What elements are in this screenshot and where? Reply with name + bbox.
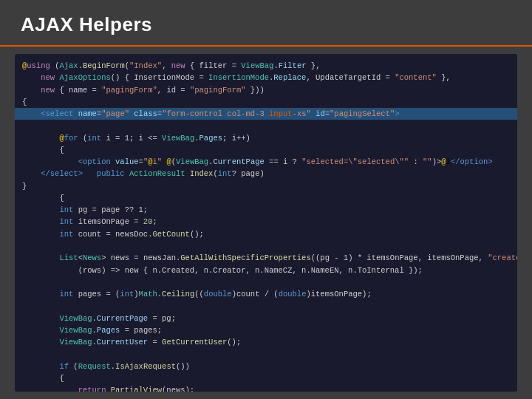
slide-content: @using (Ajax.BeginForm("Index", new { fi… bbox=[0, 47, 532, 399]
code-panel: @using (Ajax.BeginForm("Index", new { fi… bbox=[15, 54, 517, 392]
slide-header: AJAX Helpers bbox=[0, 0, 532, 47]
slide-title: AJAX Helpers bbox=[21, 13, 152, 35]
code-block: @using (Ajax.BeginForm("Index", new { fi… bbox=[15, 54, 517, 392]
code-pre: @using (Ajax.BeginForm("Index", new { fi… bbox=[22, 60, 510, 392]
slide-container: AJAX Helpers @using (Ajax.BeginForm("Ind… bbox=[0, 0, 532, 399]
